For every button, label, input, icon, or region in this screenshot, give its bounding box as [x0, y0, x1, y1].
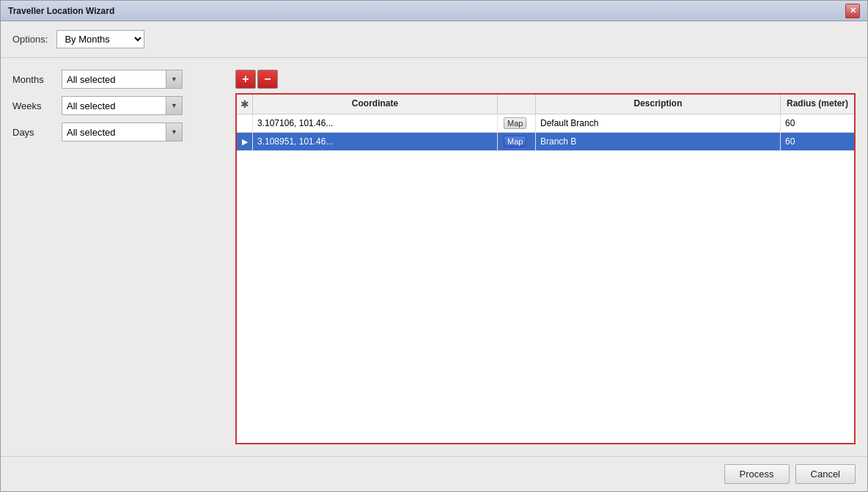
- options-bar: Options: By Months: [1, 21, 867, 58]
- left-panel: Months All selected ▼ Weeks All selected…: [12, 70, 218, 444]
- description-header: Description: [536, 95, 781, 114]
- radius-cell-2: 60: [781, 133, 854, 150]
- close-button[interactable]: ✕: [845, 4, 860, 18]
- months-label: Months: [12, 74, 53, 85]
- days-label: Days: [12, 127, 53, 138]
- months-row: Months All selected ▼: [12, 70, 218, 89]
- options-label: Options:: [12, 34, 48, 45]
- main-content: Months All selected ▼ Weeks All selected…: [1, 58, 867, 456]
- weeks-row: Weeks All selected ▼: [12, 96, 218, 115]
- add-button[interactable]: +: [235, 70, 256, 89]
- options-select[interactable]: By Months: [56, 30, 144, 48]
- cancel-button[interactable]: Cancel: [795, 464, 856, 484]
- grid-header: ✱ Coordinate Description Radius (meter): [237, 95, 854, 114]
- process-button[interactable]: Process: [724, 464, 790, 484]
- grid-body: 3.107106, 101.46... Map Default Branch 6…: [237, 114, 854, 443]
- window-title: Traveller Location Wizard: [8, 6, 114, 16]
- main-window: Traveller Location Wizard ✕ Options: By …: [0, 0, 868, 492]
- weeks-label: Weeks: [12, 100, 53, 111]
- description-cell-1: Default Branch: [536, 114, 781, 132]
- row-indicator-1: [237, 114, 253, 132]
- weeks-value: All selected: [62, 98, 166, 114]
- map-header: [498, 95, 536, 114]
- location-grid: ✱ Coordinate Description Radius (meter) …: [235, 93, 856, 444]
- map-button-2[interactable]: Map: [504, 136, 526, 147]
- description-cell-2: Branch B: [536, 133, 781, 150]
- coordinate-cell-2: 3.108951, 101.46...: [253, 133, 498, 150]
- months-value: All selected: [62, 72, 166, 87]
- radius-header: Radius (meter): [781, 95, 854, 114]
- table-row[interactable]: ▶ 3.108951, 101.46... Map Branch B 60: [237, 133, 854, 151]
- coordinate-cell-1: 3.107106, 101.46...: [253, 114, 498, 132]
- days-arrow[interactable]: ▼: [166, 123, 182, 141]
- weeks-dropdown[interactable]: All selected ▼: [62, 96, 183, 115]
- map-button-1[interactable]: Map: [504, 117, 526, 129]
- remove-button[interactable]: −: [257, 70, 278, 89]
- table-row[interactable]: 3.107106, 101.46... Map Default Branch 6…: [237, 114, 854, 133]
- title-bar: Traveller Location Wizard ✕: [1, 1, 867, 21]
- months-dropdown[interactable]: All selected ▼: [62, 70, 183, 89]
- days-value: All selected: [62, 125, 166, 140]
- days-dropdown[interactable]: All selected ▼: [62, 122, 183, 142]
- months-arrow[interactable]: ▼: [166, 70, 182, 88]
- radius-cell-1: 60: [781, 114, 854, 132]
- bottom-bar: Process Cancel: [1, 456, 867, 491]
- map-cell-2[interactable]: Map: [498, 133, 536, 150]
- days-row: Days All selected ▼: [12, 122, 218, 142]
- asterisk-header: ✱: [237, 95, 253, 114]
- right-panel: + − ✱ Coordinate Description Radius (met…: [235, 70, 856, 444]
- weeks-arrow[interactable]: ▼: [166, 97, 182, 114]
- coordinate-header: Coordinate: [253, 95, 498, 114]
- map-cell-1[interactable]: Map: [498, 114, 536, 132]
- toolbar-row: + −: [235, 70, 856, 89]
- row-indicator-2: ▶: [237, 133, 253, 150]
